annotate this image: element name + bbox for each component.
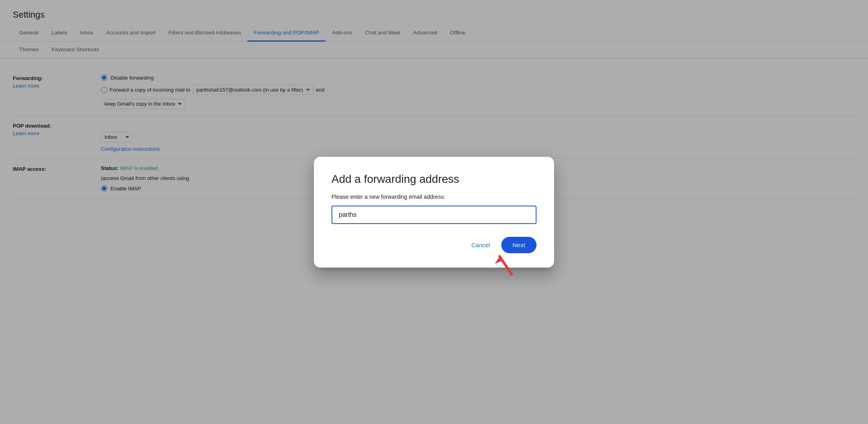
arrow-annotation [492,248,516,276]
modal-subtitle: Please enter a new forwarding email addr… [332,194,536,200]
next-button-container: Next [501,237,536,253]
modal-backdrop: Add a forwarding address Please enter a … [0,0,868,424]
modal-title: Add a forwarding address [332,173,536,186]
red-arrow-icon [492,248,516,276]
forwarding-email-input[interactable] [332,206,536,224]
add-forwarding-address-modal: Add a forwarding address Please enter a … [314,157,554,268]
modal-actions: Cancel Next [332,237,536,253]
